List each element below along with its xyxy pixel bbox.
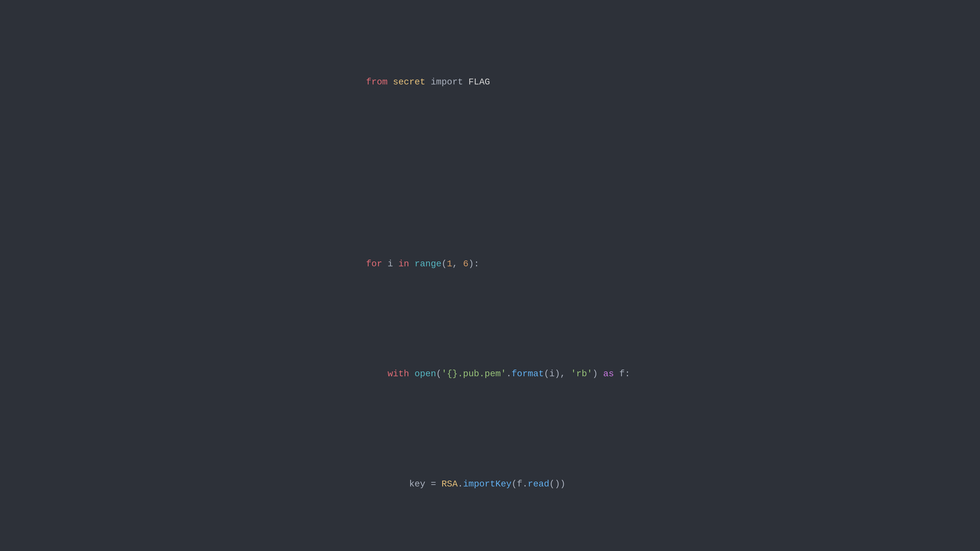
line-for: for i in range(1, 6): [334, 241, 646, 288]
keyword-import2: import [431, 77, 463, 87]
method-format1: format [511, 369, 544, 379]
line-with1: with open('{}.pub.pem'.format(i), 'rb') … [334, 351, 646, 398]
string-pubpem: '{}.pub.pem' [442, 369, 506, 379]
keyword-in: in [398, 259, 409, 269]
line-key-assign: key = RSA.importKey(f.read()) [334, 461, 646, 508]
line-import2: from secret import FLAG [334, 59, 646, 106]
var-i2: i [549, 369, 555, 379]
blank-line1 [334, 169, 646, 178]
keyword-for: for [366, 259, 382, 269]
var-f1: f [619, 369, 625, 379]
var-f2: f [517, 479, 522, 489]
keyword-as1: as [603, 369, 614, 379]
string-rb: 'rb' [571, 369, 592, 379]
class-rsa2: RSA [442, 479, 458, 489]
keyword-from2: from [366, 77, 387, 87]
func-range: range [414, 259, 442, 269]
var-key: key [409, 479, 425, 489]
func-open1: open [414, 369, 436, 379]
code-block: #!/usr/bin/env python3 from Crypto.Publi… [334, 0, 646, 551]
class-flag: FLAG [469, 77, 490, 87]
module-secret: secret [393, 77, 425, 87]
method-read: read [528, 479, 549, 489]
var-i: i [388, 259, 393, 269]
num-6: 6 [463, 259, 468, 269]
code-container: #!/usr/bin/env python3 from Crypto.Publi… [318, 0, 662, 551]
method-importkey: importKey [463, 479, 511, 489]
keyword-with1: with [388, 369, 409, 379]
num-1: 1 [447, 259, 452, 269]
